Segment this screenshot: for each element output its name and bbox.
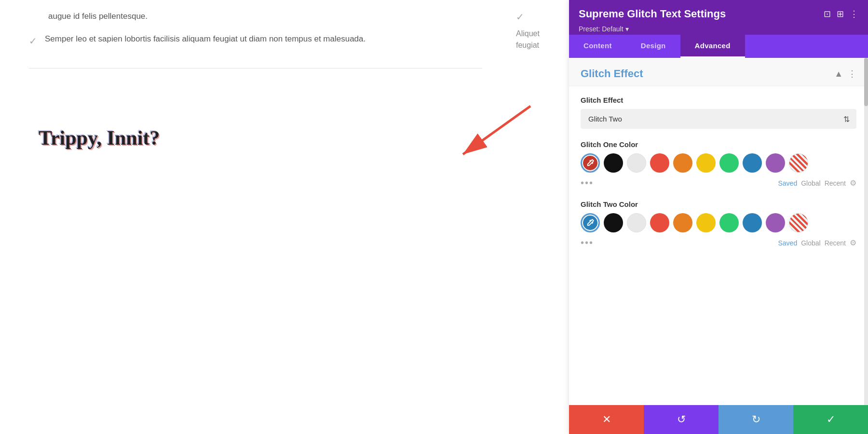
grid-icon[interactable]: ⊞ [837, 9, 844, 19]
section-title: Glitch Effect [581, 68, 643, 80]
glitch-one-color-row [581, 153, 856, 173]
color-none-1[interactable] [789, 153, 808, 173]
section-header: Glitch Effect ▲ ⋮ [569, 58, 868, 86]
color-yellow-1[interactable] [696, 153, 716, 173]
color-orange-1[interactable] [673, 153, 692, 173]
color-green-2[interactable] [719, 213, 739, 232]
glitch-one-recent[interactable]: Recent [825, 179, 846, 187]
tab-content[interactable]: Content [569, 35, 626, 58]
glitch-effect-dropdown-wrapper: Glitch Two Glitch One None ⇅ [581, 109, 856, 129]
color-none-2[interactable] [789, 213, 808, 232]
checkmark-icon-right: ✓ [516, 10, 524, 24]
checkmark-icon-1: ✓ [29, 33, 37, 49]
color-orange-2[interactable] [673, 213, 692, 232]
trippy-text: Trippy, Innit? [39, 126, 482, 149]
cancel-icon: ✕ [602, 413, 611, 426]
divider [29, 68, 482, 68]
color-white-1[interactable] [627, 153, 646, 173]
color-red-2[interactable] [650, 213, 669, 232]
color-blue-2[interactable] [743, 213, 762, 232]
glitch-one-color-section: Glitch One Color [581, 140, 856, 189]
preset-arrow-icon: ▾ [625, 25, 629, 33]
right-edge-text: Aliquet feugiat [516, 28, 564, 51]
color-blue-1[interactable] [743, 153, 762, 173]
tab-advanced[interactable]: Advanced [680, 35, 745, 58]
undo-button[interactable]: ↺ [644, 405, 719, 434]
glitch-one-eyedropper[interactable] [581, 153, 600, 173]
glitch-two-saved[interactable]: Saved [778, 239, 797, 247]
glitch-one-color-actions: ••• Saved Global Recent ⚙ [581, 177, 856, 189]
color-purple-1[interactable] [766, 153, 785, 173]
list-item-2: ✓ Semper leo et sapien lobortis facilisi… [29, 32, 482, 49]
glitch-two-global[interactable]: Global [801, 239, 820, 247]
settings-panel: Supreme Glitch Text Settings ⊡ ⊞ ⋮ Prese… [569, 0, 868, 434]
section-content: Glitch Effect Glitch Two Glitch One None… [569, 86, 868, 270]
cancel-button[interactable]: ✕ [569, 405, 644, 434]
glitch-two-color-actions: ••• Saved Global Recent ⚙ [581, 237, 856, 248]
panel-title: Supreme Glitch Text Settings [579, 8, 726, 20]
section-header-icons: ▲ ⋮ [834, 68, 856, 79]
list-item-2-text: Semper leo et sapien lobortis facilisis … [45, 32, 366, 45]
color-green-1[interactable] [719, 153, 739, 173]
tabs-row: Content Design Advanced [569, 35, 868, 58]
color-black-1[interactable] [604, 153, 623, 173]
panel-body: Glitch Effect ▲ ⋮ Glitch Effect Glitch T… [569, 58, 868, 405]
glitch-one-dots[interactable]: ••• [581, 177, 594, 189]
scrollbar-thumb[interactable] [864, 58, 868, 106]
focus-icon[interactable]: ⊡ [824, 9, 831, 19]
color-red-1[interactable] [650, 153, 669, 173]
save-icon: ✓ [827, 413, 835, 426]
section-menu-icon[interactable]: ⋮ [848, 68, 856, 79]
redo-icon: ↻ [752, 413, 760, 426]
glitch-two-color-row [581, 213, 856, 232]
panel-title-row: Supreme Glitch Text Settings ⊡ ⊞ ⋮ [579, 8, 858, 20]
glitch-two-dots[interactable]: ••• [581, 237, 594, 248]
panel-title-icons: ⊡ ⊞ ⋮ [824, 9, 858, 19]
scrollbar-track [864, 58, 868, 405]
tab-design[interactable]: Design [626, 35, 680, 58]
undo-icon: ↺ [677, 413, 686, 426]
glitch-two-color-label: Glitch Two Color [581, 200, 856, 208]
glitch-one-color-label: Glitch One Color [581, 140, 856, 149]
glitch-two-recent[interactable]: Recent [825, 239, 846, 247]
preset-row[interactable]: Preset: Default ▾ [579, 25, 858, 35]
color-yellow-2[interactable] [696, 213, 716, 232]
list-item-1-text: augue id felis pellentesque. [29, 10, 148, 23]
redo-button[interactable]: ↻ [719, 405, 793, 434]
glitch-one-gear-icon[interactable]: ⚙ [850, 178, 856, 188]
save-button[interactable]: ✓ [793, 405, 868, 434]
collapse-icon[interactable]: ▲ [834, 69, 843, 79]
glitch-one-saved[interactable]: Saved [778, 179, 797, 187]
glitch-two-gear-icon[interactable]: ⚙ [850, 238, 856, 247]
list-item-1: augue id felis pellentesque. [29, 10, 482, 23]
bottom-toolbar: ✕ ↺ ↻ ✓ [569, 405, 868, 434]
preset-label: Preset: Default [579, 25, 624, 33]
glitch-two-color-section: Glitch Two Color [581, 200, 856, 248]
glitch-effect-dropdown[interactable]: Glitch Two Glitch One None [581, 109, 856, 129]
panel-header: Supreme Glitch Text Settings ⊡ ⊞ ⋮ Prese… [569, 0, 868, 35]
color-white-2[interactable] [627, 213, 646, 232]
more-options-icon[interactable]: ⋮ [850, 9, 858, 19]
color-purple-2[interactable] [766, 213, 785, 232]
color-black-2[interactable] [604, 213, 623, 232]
left-content: augue id felis pellentesque. ✓ Semper le… [0, 0, 511, 434]
glitch-one-global[interactable]: Global [801, 179, 820, 187]
glitch-effect-label: Glitch Effect [581, 96, 856, 104]
right-edge: ✓ Aliquet feugiat [511, 0, 569, 434]
glitch-two-eyedropper[interactable] [581, 213, 600, 232]
